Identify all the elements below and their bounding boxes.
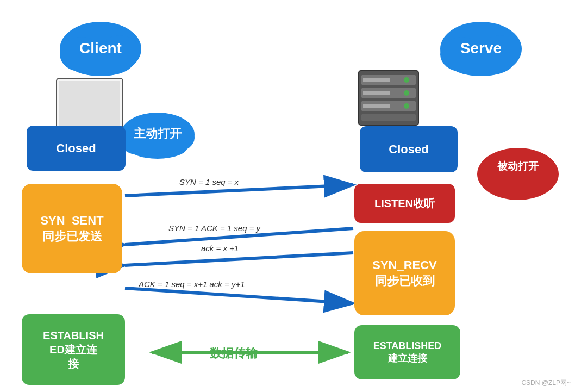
- svg-text:ack = x +1: ack = x +1: [201, 244, 239, 253]
- svg-point-28: [404, 103, 409, 109]
- established-server-box: ESTABLISHED 建立连接: [354, 325, 460, 379]
- svg-text:被动打开: 被动打开: [497, 160, 539, 172]
- watermark: CSDN @ZLP网~: [521, 378, 571, 388]
- client-closed-box: Closed: [27, 126, 126, 171]
- svg-point-25: [404, 90, 409, 96]
- svg-rect-27: [363, 104, 390, 108]
- svg-rect-16: [59, 81, 120, 126]
- syn-sent-box: SYN_SENT 同步已发送: [22, 184, 122, 273]
- data-transfer-label: 数据传输: [163, 343, 304, 364]
- svg-text:SYN = 1 ACK = 1 seq = y: SYN = 1 ACK = 1 seq = y: [168, 223, 261, 233]
- syn-recv-box: SYN_RECV 同步已收到: [354, 231, 455, 315]
- svg-text:ACK = 1 seq = x+1 ack = y+1: ACK = 1 seq = x+1 ack = y+1: [138, 279, 245, 289]
- svg-text:SYN = 1  seq = x: SYN = 1 seq = x: [179, 177, 239, 186]
- svg-point-35: [477, 148, 559, 200]
- svg-rect-29: [361, 114, 416, 121]
- svg-rect-21: [363, 78, 390, 82]
- svg-line-43: [125, 288, 353, 303]
- diagram: Client Serve: [0, 0, 575, 392]
- server-closed-box: Closed: [360, 126, 458, 172]
- svg-rect-24: [363, 91, 390, 95]
- svg-line-41: [125, 253, 353, 265]
- svg-point-22: [404, 77, 409, 83]
- listen-box: LISTEN收听: [354, 184, 455, 223]
- svg-text:Serve: Serve: [460, 40, 502, 57]
- established-client-box: ESTABLISH ED建立连 接: [22, 314, 125, 385]
- svg-text:Client: Client: [79, 40, 122, 57]
- svg-line-37: [125, 185, 353, 196]
- svg-text:主动打开: 主动打开: [134, 127, 182, 140]
